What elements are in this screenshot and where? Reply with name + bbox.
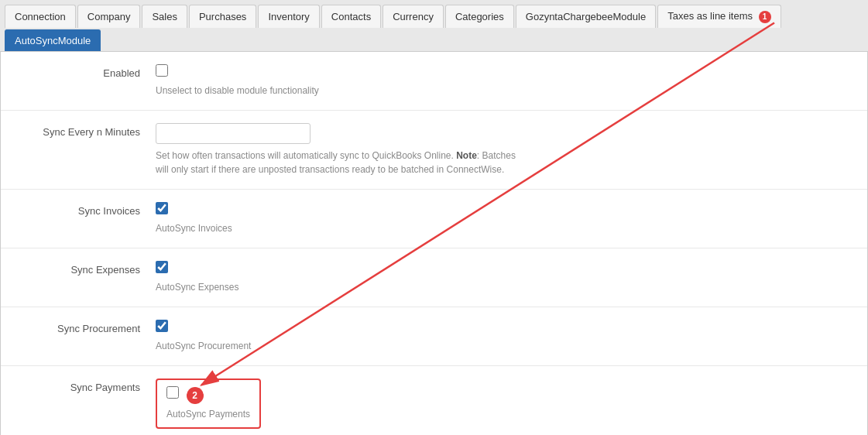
tab-sales[interactable]: Sales — [142, 5, 187, 28]
sync-procurement-help: AutoSync Procurement — [156, 339, 527, 353]
tab-contacts[interactable]: Contacts — [321, 5, 381, 28]
tab-connection[interactable]: Connection — [5, 5, 76, 28]
content-area: Enabled Unselect to disable module funct… — [0, 52, 868, 435]
sync-procurement-label: Sync Procurement — [16, 320, 156, 334]
sync-minutes-control: 120 Set how often transactions will auto… — [156, 123, 852, 176]
sync-procurement-checkbox[interactable] — [156, 320, 168, 332]
sync-expenses-help: AutoSync Expenses — [156, 280, 527, 294]
taxes-tab-badge: 1 — [759, 11, 771, 23]
sync-invoices-row: Sync Invoices AutoSync Invoices — [1, 190, 867, 248]
sync-payments-help: AutoSync Payments — [166, 407, 250, 421]
sync-invoices-control: AutoSync Invoices — [156, 202, 852, 235]
tab-inventory[interactable]: Inventory — [258, 5, 319, 28]
tab-currency[interactable]: Currency — [383, 5, 444, 28]
enabled-checkbox[interactable] — [156, 64, 168, 77]
tab-taxes-as-line-items[interactable]: Taxes as line items 1 — [657, 5, 781, 28]
sync-procurement-control: AutoSync Procurement — [156, 320, 852, 353]
sync-payments-row: Sync Payments 2 AutoSync Payments — [1, 366, 867, 435]
sync-invoices-label: Sync Invoices — [16, 202, 156, 217]
sync-minutes-input[interactable]: 120 — [156, 123, 310, 144]
tab-gozyntachargebeemodule[interactable]: GozyntaChargebeeModule — [516, 5, 656, 28]
page-wrapper: Connection Company Sales Purchases Inven… — [0, 0, 868, 435]
sync-payments-checkbox[interactable] — [166, 386, 179, 399]
sync-payments-highlight: 2 AutoSync Payments — [156, 378, 261, 430]
sync-invoices-help: AutoSync Invoices — [156, 221, 527, 235]
enabled-help: Unselect to disable module functionality — [156, 84, 527, 98]
sync-expenses-label: Sync Expenses — [16, 261, 156, 276]
enabled-label: Enabled — [16, 64, 156, 79]
tab-autosyncmodule[interactable]: AutoSyncModule — [5, 29, 101, 51]
sync-minutes-label: Sync Every n Minutes — [16, 123, 156, 138]
sync-expenses-row: Sync Expenses AutoSync Expenses — [1, 248, 867, 307]
enabled-row: Enabled Unselect to disable module funct… — [1, 52, 867, 111]
sync-procurement-row: Sync Procurement AutoSync Procurement — [1, 307, 867, 366]
sync-expenses-checkbox[interactable] — [156, 261, 168, 273]
tab-company[interactable]: Company — [77, 5, 141, 28]
tabs-bar: Connection Company Sales Purchases Inven… — [0, 0, 868, 52]
sync-payments-badge: 2 — [187, 387, 204, 404]
tab-categories[interactable]: Categories — [445, 5, 514, 28]
sync-minutes-row: Sync Every n Minutes 120 Set how often t… — [1, 111, 867, 190]
sync-payments-label: Sync Payments — [16, 378, 156, 393]
sync-invoices-checkbox[interactable] — [156, 202, 168, 214]
sync-expenses-control: AutoSync Expenses — [156, 261, 852, 294]
tab-purchases[interactable]: Purchases — [189, 5, 256, 28]
sync-payments-control: 2 AutoSync Payments — [156, 378, 852, 430]
enabled-control: Unselect to disable module functionality — [156, 64, 852, 98]
sync-minutes-help: Set how often transactions will automati… — [156, 149, 527, 176]
